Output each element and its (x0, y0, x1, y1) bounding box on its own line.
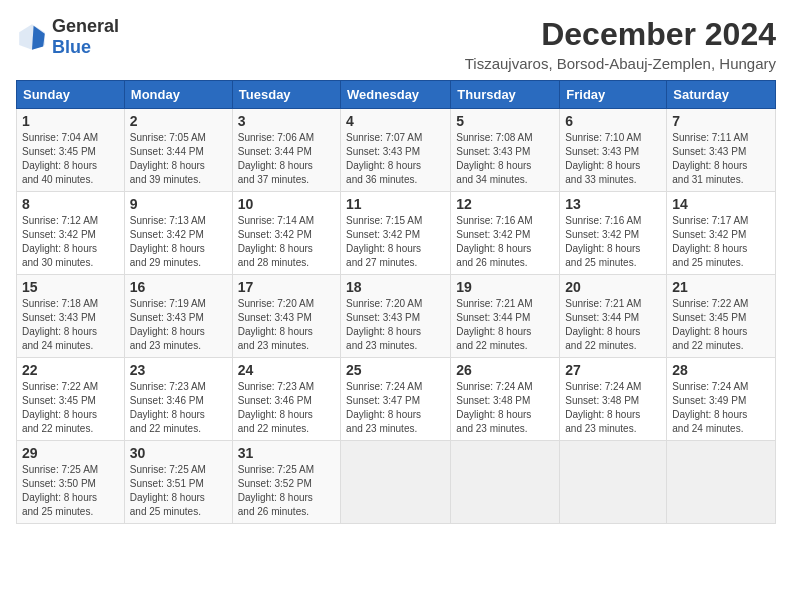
calendar-day-cell: 19Sunrise: 7:21 AM Sunset: 3:44 PM Dayli… (451, 275, 560, 358)
calendar-day-cell: 3Sunrise: 7:06 AM Sunset: 3:44 PM Daylig… (232, 109, 340, 192)
calendar-day-cell: 26Sunrise: 7:24 AM Sunset: 3:48 PM Dayli… (451, 358, 560, 441)
calendar-day-cell: 15Sunrise: 7:18 AM Sunset: 3:43 PM Dayli… (17, 275, 125, 358)
day-detail: Sunrise: 7:16 AM Sunset: 3:42 PM Dayligh… (456, 214, 554, 270)
calendar-day-cell: 10Sunrise: 7:14 AM Sunset: 3:42 PM Dayli… (232, 192, 340, 275)
day-detail: Sunrise: 7:25 AM Sunset: 3:50 PM Dayligh… (22, 463, 119, 519)
day-number: 28 (672, 362, 770, 378)
calendar-day-cell: 30Sunrise: 7:25 AM Sunset: 3:51 PM Dayli… (124, 441, 232, 524)
day-detail: Sunrise: 7:22 AM Sunset: 3:45 PM Dayligh… (672, 297, 770, 353)
day-detail: Sunrise: 7:21 AM Sunset: 3:44 PM Dayligh… (456, 297, 554, 353)
day-detail: Sunrise: 7:06 AM Sunset: 3:44 PM Dayligh… (238, 131, 335, 187)
calendar-day-cell: 9Sunrise: 7:13 AM Sunset: 3:42 PM Daylig… (124, 192, 232, 275)
subtitle: Tiszaujvaros, Borsod-Abauj-Zemplen, Hung… (465, 55, 776, 72)
day-detail: Sunrise: 7:13 AM Sunset: 3:42 PM Dayligh… (130, 214, 227, 270)
weekday-header: Friday (560, 81, 667, 109)
calendar-day-cell: 8Sunrise: 7:12 AM Sunset: 3:42 PM Daylig… (17, 192, 125, 275)
calendar-day-cell: 7Sunrise: 7:11 AM Sunset: 3:43 PM Daylig… (667, 109, 776, 192)
main-title: December 2024 (465, 16, 776, 53)
day-number: 19 (456, 279, 554, 295)
day-number: 25 (346, 362, 445, 378)
day-number: 14 (672, 196, 770, 212)
day-number: 10 (238, 196, 335, 212)
day-detail: Sunrise: 7:20 AM Sunset: 3:43 PM Dayligh… (346, 297, 445, 353)
day-number: 3 (238, 113, 335, 129)
day-detail: Sunrise: 7:24 AM Sunset: 3:49 PM Dayligh… (672, 380, 770, 436)
calendar-day-cell: 24Sunrise: 7:23 AM Sunset: 3:46 PM Dayli… (232, 358, 340, 441)
day-detail: Sunrise: 7:10 AM Sunset: 3:43 PM Dayligh… (565, 131, 661, 187)
day-detail: Sunrise: 7:24 AM Sunset: 3:48 PM Dayligh… (456, 380, 554, 436)
calendar-day-cell: 23Sunrise: 7:23 AM Sunset: 3:46 PM Dayli… (124, 358, 232, 441)
day-number: 8 (22, 196, 119, 212)
day-detail: Sunrise: 7:12 AM Sunset: 3:42 PM Dayligh… (22, 214, 119, 270)
calendar-day-cell (560, 441, 667, 524)
calendar-day-cell (667, 441, 776, 524)
day-number: 12 (456, 196, 554, 212)
day-detail: Sunrise: 7:22 AM Sunset: 3:45 PM Dayligh… (22, 380, 119, 436)
day-detail: Sunrise: 7:05 AM Sunset: 3:44 PM Dayligh… (130, 131, 227, 187)
calendar-day-cell: 1Sunrise: 7:04 AM Sunset: 3:45 PM Daylig… (17, 109, 125, 192)
svg-marker-1 (32, 26, 45, 50)
day-detail: Sunrise: 7:15 AM Sunset: 3:42 PM Dayligh… (346, 214, 445, 270)
day-number: 7 (672, 113, 770, 129)
calendar-day-cell: 29Sunrise: 7:25 AM Sunset: 3:50 PM Dayli… (17, 441, 125, 524)
day-number: 5 (456, 113, 554, 129)
calendar-day-cell: 12Sunrise: 7:16 AM Sunset: 3:42 PM Dayli… (451, 192, 560, 275)
day-detail: Sunrise: 7:25 AM Sunset: 3:52 PM Dayligh… (238, 463, 335, 519)
day-number: 17 (238, 279, 335, 295)
calendar-week-row: 22Sunrise: 7:22 AM Sunset: 3:45 PM Dayli… (17, 358, 776, 441)
calendar-table: SundayMondayTuesdayWednesdayThursdayFrid… (16, 80, 776, 524)
day-detail: Sunrise: 7:16 AM Sunset: 3:42 PM Dayligh… (565, 214, 661, 270)
day-number: 13 (565, 196, 661, 212)
logo: General Blue (16, 16, 119, 58)
calendar-day-cell: 4Sunrise: 7:07 AM Sunset: 3:43 PM Daylig… (341, 109, 451, 192)
calendar-week-row: 29Sunrise: 7:25 AM Sunset: 3:50 PM Dayli… (17, 441, 776, 524)
day-number: 30 (130, 445, 227, 461)
day-number: 2 (130, 113, 227, 129)
calendar-day-cell: 11Sunrise: 7:15 AM Sunset: 3:42 PM Dayli… (341, 192, 451, 275)
weekday-header: Monday (124, 81, 232, 109)
calendar-day-cell: 5Sunrise: 7:08 AM Sunset: 3:43 PM Daylig… (451, 109, 560, 192)
day-number: 1 (22, 113, 119, 129)
calendar-day-cell: 18Sunrise: 7:20 AM Sunset: 3:43 PM Dayli… (341, 275, 451, 358)
day-detail: Sunrise: 7:25 AM Sunset: 3:51 PM Dayligh… (130, 463, 227, 519)
calendar-day-cell: 6Sunrise: 7:10 AM Sunset: 3:43 PM Daylig… (560, 109, 667, 192)
logo-blue: Blue (52, 37, 91, 57)
weekday-header: Wednesday (341, 81, 451, 109)
day-number: 24 (238, 362, 335, 378)
weekday-header: Thursday (451, 81, 560, 109)
calendar-day-cell: 16Sunrise: 7:19 AM Sunset: 3:43 PM Dayli… (124, 275, 232, 358)
logo-icon (16, 21, 48, 53)
calendar-day-cell (451, 441, 560, 524)
calendar-day-cell: 13Sunrise: 7:16 AM Sunset: 3:42 PM Dayli… (560, 192, 667, 275)
day-number: 29 (22, 445, 119, 461)
day-number: 20 (565, 279, 661, 295)
page-header: General Blue December 2024 Tiszaujvaros,… (16, 16, 776, 72)
day-number: 16 (130, 279, 227, 295)
day-detail: Sunrise: 7:24 AM Sunset: 3:47 PM Dayligh… (346, 380, 445, 436)
day-number: 4 (346, 113, 445, 129)
day-detail: Sunrise: 7:21 AM Sunset: 3:44 PM Dayligh… (565, 297, 661, 353)
day-number: 23 (130, 362, 227, 378)
day-detail: Sunrise: 7:23 AM Sunset: 3:46 PM Dayligh… (130, 380, 227, 436)
day-detail: Sunrise: 7:14 AM Sunset: 3:42 PM Dayligh… (238, 214, 335, 270)
calendar-day-cell: 22Sunrise: 7:22 AM Sunset: 3:45 PM Dayli… (17, 358, 125, 441)
day-number: 22 (22, 362, 119, 378)
day-detail: Sunrise: 7:19 AM Sunset: 3:43 PM Dayligh… (130, 297, 227, 353)
calendar-day-cell: 21Sunrise: 7:22 AM Sunset: 3:45 PM Dayli… (667, 275, 776, 358)
day-detail: Sunrise: 7:11 AM Sunset: 3:43 PM Dayligh… (672, 131, 770, 187)
day-detail: Sunrise: 7:24 AM Sunset: 3:48 PM Dayligh… (565, 380, 661, 436)
day-number: 11 (346, 196, 445, 212)
calendar-header: SundayMondayTuesdayWednesdayThursdayFrid… (17, 81, 776, 109)
calendar-week-row: 1Sunrise: 7:04 AM Sunset: 3:45 PM Daylig… (17, 109, 776, 192)
day-detail: Sunrise: 7:18 AM Sunset: 3:43 PM Dayligh… (22, 297, 119, 353)
calendar-day-cell: 20Sunrise: 7:21 AM Sunset: 3:44 PM Dayli… (560, 275, 667, 358)
calendar-day-cell: 17Sunrise: 7:20 AM Sunset: 3:43 PM Dayli… (232, 275, 340, 358)
day-detail: Sunrise: 7:08 AM Sunset: 3:43 PM Dayligh… (456, 131, 554, 187)
day-number: 9 (130, 196, 227, 212)
calendar-day-cell: 27Sunrise: 7:24 AM Sunset: 3:48 PM Dayli… (560, 358, 667, 441)
day-number: 26 (456, 362, 554, 378)
logo-general: General (52, 16, 119, 36)
day-number: 31 (238, 445, 335, 461)
day-number: 6 (565, 113, 661, 129)
day-detail: Sunrise: 7:20 AM Sunset: 3:43 PM Dayligh… (238, 297, 335, 353)
